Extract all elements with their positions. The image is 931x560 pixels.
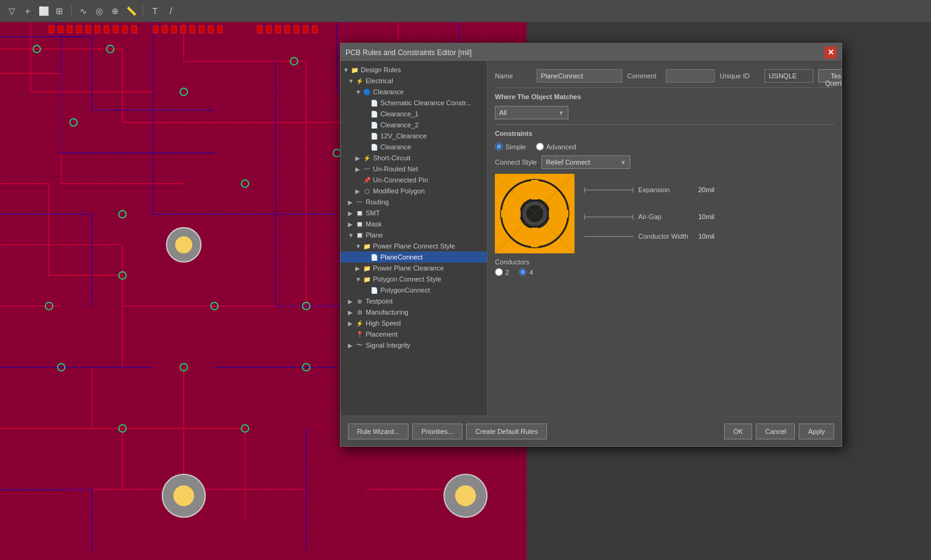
tree-item-short-circuit[interactable]: ▶ ⚡ Short-Circuit — [341, 152, 487, 163]
conductor-4-radio[interactable] — [519, 268, 527, 276]
svg-rect-29 — [58, 26, 63, 33]
svg-rect-34 — [104, 26, 109, 33]
conductor-width-value: 10mil — [698, 233, 714, 240]
conductor-4-label[interactable]: 4 — [519, 268, 533, 276]
toolbar-via-btn[interactable]: ◎ — [92, 4, 106, 18]
ok-label: OK — [733, 428, 743, 435]
cancel-button[interactable]: Cancel — [756, 424, 795, 439]
svg-rect-44 — [208, 26, 213, 33]
air-gap-row: Air-Gap 10mil — [584, 213, 714, 220]
svg-rect-49 — [285, 26, 290, 33]
plane-icon-tree: 🔲 — [355, 231, 364, 239]
tree-item-design-rules[interactable]: ▼ 📁 Design Rules — [341, 64, 487, 75]
tree-item-smt[interactable]: ▶ 🔲 SMT — [341, 207, 487, 218]
conductor-2-label[interactable]: 2 — [495, 268, 509, 276]
mfg-icon: ⚙ — [355, 308, 364, 316]
expansion-row: Expansion 20mil — [584, 186, 714, 193]
smt-icon: 🔲 — [355, 209, 364, 217]
tree-item-schematic-clearance[interactable]: 📄 Schematic Clearance Constr... — [341, 97, 487, 108]
svg-rect-45 — [217, 26, 222, 33]
tree-item-clearance-plain[interactable]: 📄 Clearance — [341, 141, 487, 152]
toolbar-text-btn[interactable]: T — [148, 4, 162, 18]
svg-rect-52 — [312, 26, 317, 33]
unique-id-input[interactable] — [764, 69, 813, 83]
rule-icon-2: 📄 — [370, 110, 379, 118]
toolbar-add-btn[interactable]: + — [21, 4, 34, 18]
conductor-width-line — [584, 236, 633, 237]
conductor-width-label: Conductor Width — [638, 233, 693, 240]
tree-item-clearance-1[interactable]: 📄 Clearance_1 — [341, 108, 487, 119]
tree-item-signal-integrity[interactable]: ▶ 〜 Signal Integrity — [341, 340, 487, 351]
separator-2 — [495, 124, 834, 125]
dialog-close-button[interactable]: ✕ — [824, 47, 837, 59]
toolbar-grid-btn[interactable]: ⊞ — [53, 4, 66, 18]
svg-rect-35 — [113, 26, 118, 33]
svg-point-23 — [175, 236, 192, 253]
test-queries-button[interactable]: Test Queries — [818, 69, 842, 83]
toolbar-filter-btn[interactable]: ▽ — [5, 4, 18, 18]
preview-area: Expansion 20mil Air-Gap 10mil — [495, 174, 834, 253]
tree-item-plane[interactable]: ▼ 🔲 Plane — [341, 230, 487, 241]
svg-rect-28 — [49, 26, 54, 33]
dropdown-arrow-1: ▼ — [558, 110, 564, 116]
create-default-label: Create Default Rules — [475, 428, 538, 435]
tree-item-polygon-connect[interactable]: 📄 PolygonConnect — [341, 285, 487, 296]
tree-item-clearance-2[interactable]: 📄 Clearance_2 — [341, 119, 487, 130]
simple-radio-label[interactable]: Simple — [495, 143, 526, 151]
priorities-button[interactable]: Priorities... — [412, 424, 462, 439]
tree-item-testpoint[interactable]: ▶ ⊕ Testpoint — [341, 296, 487, 307]
rule-wizard-button[interactable]: Rule Wizard... — [348, 424, 409, 439]
connect-style-dropdown[interactable]: Relief Connect ▼ — [541, 155, 630, 169]
footer-left-buttons: Rule Wizard... Priorities... Create Defa… — [348, 424, 547, 439]
toolbar-pad-btn[interactable]: ⊕ — [108, 4, 122, 18]
tree-panel: ▼ 📁 Design Rules ▼ ⚡ Electrical ▼ 🔵 Clea… — [341, 62, 488, 416]
tree-item-manufacturing[interactable]: ▶ ⚙ Manufacturing — [341, 307, 487, 318]
toolbar-route-btn[interactable]: ∿ — [77, 4, 90, 18]
conductors-section: Conductors 2 4 — [495, 258, 834, 276]
svg-rect-42 — [190, 26, 195, 33]
tree-item-un-connected-pin[interactable]: 📌 Un-Connected Pin — [341, 174, 487, 185]
dialog-titlebar: PCB Rules and Constraints Editor [mil] ✕ — [341, 43, 842, 62]
arrow-clearance: ▼ — [355, 89, 363, 95]
tree-item-modified-polygon[interactable]: ▶ ⬡ Modified Polygon — [341, 185, 487, 196]
tree-item-electrical[interactable]: ▼ ⚡ Electrical — [341, 75, 487, 86]
conductor-2-radio[interactable] — [495, 268, 503, 276]
all-dropdown-row: All ▼ — [495, 106, 834, 119]
apply-button[interactable]: Apply — [799, 424, 834, 439]
name-input[interactable] — [537, 69, 622, 83]
svg-rect-60 — [501, 210, 521, 217]
toolbar-rect-btn[interactable]: ⬜ — [37, 4, 50, 18]
all-dropdown[interactable]: All ▼ — [495, 106, 568, 119]
connect-style-label: Connect Style — [495, 159, 537, 166]
routing-icon: 〰 — [355, 198, 364, 206]
place-icon: 📍 — [355, 330, 364, 338]
tree-item-high-speed[interactable]: ▶ ⚡ High Speed — [341, 318, 487, 329]
tree-item-placement[interactable]: 📍 Placement — [341, 329, 487, 340]
separator-1 — [495, 88, 834, 88]
toolbar-measure-btn[interactable]: 📏 — [124, 4, 138, 18]
rule-wizard-label: Rule Wizard... — [357, 428, 399, 435]
simple-radio[interactable] — [495, 143, 503, 151]
tree-item-mask[interactable]: ▶ 🔲 Mask — [341, 218, 487, 230]
svg-rect-43 — [199, 26, 204, 33]
tree-item-routing[interactable]: ▶ 〰 Routing — [341, 196, 487, 207]
tree-item-power-plane-clearance[interactable]: ▶ 📁 Power Plane Clearance — [341, 263, 487, 274]
power-clear-icon: 📁 — [363, 264, 371, 272]
toolbar-line-btn[interactable]: / — [164, 4, 178, 18]
comment-input[interactable] — [666, 69, 715, 83]
tree-item-clearance[interactable]: ▼ 🔵 Clearance — [341, 86, 487, 97]
svg-rect-51 — [303, 26, 308, 33]
advanced-radio-label[interactable]: Advanced — [536, 143, 576, 151]
power-plane-icon: 📁 — [363, 242, 371, 250]
rule-icon-1: 📄 — [370, 99, 379, 107]
tree-item-polygon-connect-style[interactable]: ▼ 📁 Polygon Connect Style — [341, 274, 487, 285]
ok-button[interactable]: OK — [724, 424, 752, 439]
create-default-rules-button[interactable]: Create Default Rules — [466, 424, 547, 439]
rule-icon-5: 📄 — [370, 143, 379, 151]
tree-item-12v-clearance[interactable]: 📄 12V_Clearance — [341, 130, 487, 141]
advanced-radio[interactable] — [536, 143, 544, 151]
tree-item-un-routed-net[interactable]: ▶ 〰 Un-Routed Net — [341, 163, 487, 174]
tree-item-plane-connect[interactable]: 📄 PlaneConnect — [341, 252, 487, 263]
tree-item-power-plane-connect[interactable]: ▼ 📁 Power Plane Connect Style — [341, 241, 487, 252]
rule-icon-3: 📄 — [370, 121, 379, 129]
